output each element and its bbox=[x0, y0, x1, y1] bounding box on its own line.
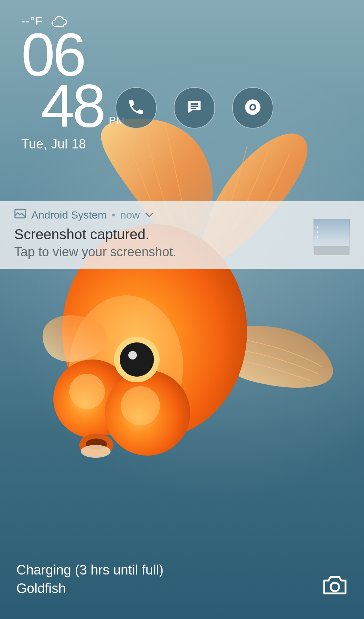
phone-icon bbox=[127, 98, 145, 118]
messages-shortcut[interactable] bbox=[174, 87, 215, 128]
chevron-down-icon[interactable] bbox=[145, 209, 154, 221]
chrome-icon bbox=[243, 98, 262, 118]
notification-title: Screenshot captured. bbox=[14, 226, 350, 242]
svg-rect-12 bbox=[191, 103, 198, 105]
camera-icon bbox=[322, 591, 348, 597]
charging-status: Charging (3 hrs until full) bbox=[16, 561, 164, 579]
clock-minutes: 48 bbox=[41, 77, 104, 135]
svg-rect-14 bbox=[191, 108, 196, 109]
camera-shortcut[interactable] bbox=[322, 575, 348, 597]
notification-thumbnail bbox=[314, 219, 350, 255]
image-icon bbox=[14, 208, 26, 221]
notification-when: now bbox=[120, 209, 140, 221]
chrome-shortcut[interactable] bbox=[232, 87, 273, 128]
notification-separator: • bbox=[112, 209, 116, 221]
notification-subtitle: Tap to view your screenshot. bbox=[14, 245, 350, 259]
phone-shortcut[interactable] bbox=[116, 87, 157, 128]
notification-card[interactable]: Android System • now Screenshot captured… bbox=[0, 201, 364, 269]
clock-widget[interactable]: 06 48 PM bbox=[21, 26, 125, 135]
svg-point-17 bbox=[251, 105, 255, 109]
svg-rect-13 bbox=[191, 106, 198, 107]
messages-icon bbox=[185, 98, 204, 118]
notification-app: Android System bbox=[31, 209, 107, 221]
clock-date: Tue, Jul 18 bbox=[21, 137, 125, 152]
wallpaper-title: Goldfish bbox=[16, 579, 164, 598]
svg-point-19 bbox=[331, 583, 339, 591]
